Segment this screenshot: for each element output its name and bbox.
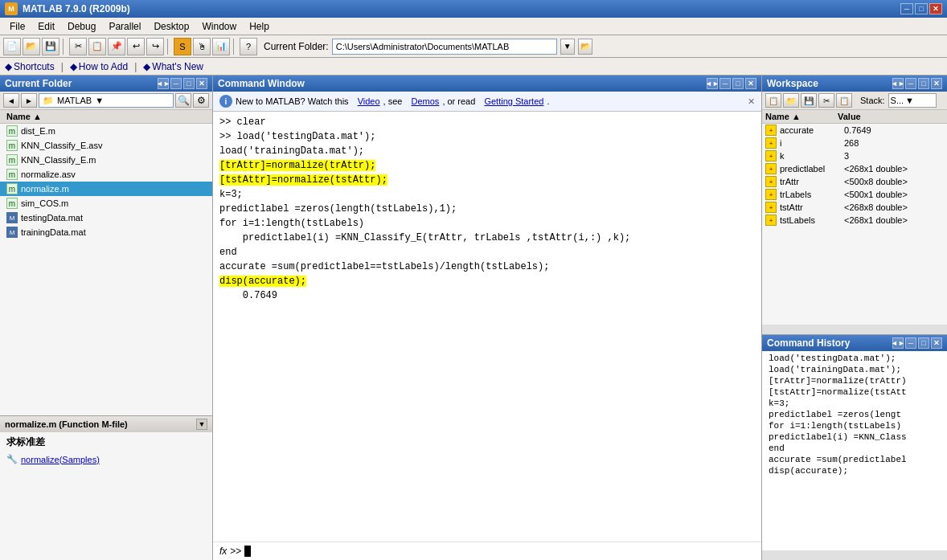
ch-minimize-button[interactable]: ─	[905, 337, 916, 349]
current-folder-header-buttons: ◄► ─ □ ✕	[158, 78, 207, 89]
menu-file[interactable]: File	[3, 19, 31, 34]
command-history-panel: Command History ◄► ─ □ ✕ load('testingDa…	[762, 335, 947, 560]
cw-minimize-button[interactable]: ─	[719, 78, 731, 89]
ws-variable-item[interactable]: + predictlabel <268x1 double>	[762, 162, 947, 175]
cut-button[interactable]: ✂	[69, 38, 87, 55]
minimize-button[interactable]: ─	[900, 3, 913, 14]
cw-pin-button[interactable]: ◄►	[707, 78, 718, 89]
save-button[interactable]: 💾	[42, 38, 59, 55]
cw-maximize-button[interactable]: □	[732, 78, 744, 89]
ws-minimize-button[interactable]: ─	[905, 78, 916, 89]
history-item[interactable]: [trAttr]=normalize(trAttr)	[762, 375, 947, 386]
cf-pin-button[interactable]: ◄►	[158, 78, 169, 89]
folder-search-button[interactable]: 🔍	[175, 93, 191, 108]
profiler-button[interactable]: 📊	[212, 38, 230, 55]
ws-variable-item[interactable]: + k 3	[762, 149, 947, 162]
history-item[interactable]: load('trainingData.mat');	[762, 364, 947, 375]
copy-button[interactable]: 📋	[88, 38, 106, 55]
ws-variable-item[interactable]: + tstLabels <268x1 double>	[762, 214, 947, 227]
workspace-title: Workspace	[767, 78, 818, 89]
menu-window[interactable]: Window	[195, 19, 243, 34]
ws-variable-item[interactable]: + tstAttr <268x8 double>	[762, 201, 947, 214]
folder-browse-button[interactable]: 📂	[578, 39, 592, 55]
whats-new-link[interactable]: ◆ What's New	[143, 61, 203, 72]
info-bar-close-button[interactable]: ✕	[748, 96, 755, 107]
history-item[interactable]: [tstAttr]=normalize(tstAtt	[762, 386, 947, 398]
menu-parallel[interactable]: Parallel	[102, 19, 147, 34]
file-item-selected[interactable]: m normalize.m	[0, 182, 212, 196]
menu-desktop[interactable]: Desktop	[147, 19, 195, 34]
undo-button[interactable]: ↩	[127, 38, 145, 55]
file-item[interactable]: m normalize.asv	[0, 167, 212, 182]
ch-pin-button[interactable]: ◄►	[892, 337, 904, 349]
ws-stack-input[interactable]: S... ▼	[888, 93, 937, 108]
mat-file-icon: M	[6, 212, 18, 223]
ws-new-button[interactable]: 📋	[765, 93, 781, 108]
back-button[interactable]: ◄	[3, 93, 19, 108]
file-item[interactable]: m dist_E.m	[0, 124, 212, 138]
file-item[interactable]: m sim_COS.m	[0, 196, 212, 211]
new-file-button[interactable]: 📄	[3, 38, 21, 55]
how-to-add-link[interactable]: ◆ How to Add	[70, 61, 128, 72]
demos-link[interactable]: Demos	[412, 96, 440, 106]
cf-minimize-button[interactable]: ─	[170, 78, 182, 89]
ws-copy-button[interactable]: 📋	[836, 93, 852, 108]
redo-button[interactable]: ↪	[146, 38, 164, 55]
file-item[interactable]: M testingData.mat	[0, 211, 212, 225]
command-area[interactable]: >> clear >> load('testingData.mat'); loa…	[213, 112, 761, 542]
file-item[interactable]: M trainingData.mat	[0, 225, 212, 239]
detail-function-item[interactable]: 🔧 normalize(Samples)	[0, 452, 212, 466]
file-item[interactable]: m KNN_Classify_E.m	[0, 153, 212, 167]
cf-close-button[interactable]: ✕	[196, 78, 207, 89]
cf-maximize-button[interactable]: □	[183, 78, 195, 89]
ws-close-button[interactable]: ✕	[931, 78, 942, 89]
ws-save-button[interactable]: 💾	[801, 93, 817, 108]
open-button[interactable]: 📂	[23, 38, 40, 55]
folder-dropdown-button[interactable]: ▼	[560, 39, 575, 55]
ws-variable-item[interactable]: + trAttr <500x8 double>	[762, 175, 947, 188]
folder-settings-button[interactable]: ⚙	[193, 93, 209, 108]
shortcuts-link[interactable]: ◆ Shortcuts	[5, 61, 55, 72]
m-file-icon: m	[6, 198, 18, 209]
forward-button[interactable]: ►	[21, 93, 37, 108]
ws-open-button[interactable]: 📁	[783, 93, 799, 108]
workspace-scrollbar-h[interactable]	[762, 325, 947, 334]
menu-debug[interactable]: Debug	[61, 19, 102, 34]
help-button[interactable]: ?	[240, 38, 257, 55]
getting-started-link[interactable]: Getting Started	[484, 96, 543, 106]
file-item[interactable]: m KNN_Classify_E.asv	[0, 138, 212, 153]
command-cursor	[244, 546, 251, 557]
ws-variable-item[interactable]: + trLabels <500x1 double>	[762, 188, 947, 201]
menu-edit[interactable]: Edit	[31, 19, 61, 34]
ws-variable-item[interactable]: + accurate 0.7649	[762, 124, 947, 137]
history-item[interactable]: disp(accurate);	[762, 465, 947, 476]
ws-pin-button[interactable]: ◄►	[892, 78, 904, 89]
history-item[interactable]: for i=1:length(tstLabels)	[762, 420, 947, 431]
detail-dropdown-button[interactable]: ▼	[196, 419, 207, 430]
cw-close-button[interactable]: ✕	[745, 78, 756, 89]
history-item[interactable]: accurate =sum(predictlabel	[762, 454, 947, 465]
guide-button[interactable]: 🖱	[193, 38, 211, 55]
folder-nav-input[interactable]: 📁 MATLAB ▼	[39, 93, 174, 108]
ws-var-value: 3	[844, 151, 944, 161]
ws-var-name: predictlabel	[780, 164, 841, 174]
ws-delete-button[interactable]: ✂	[818, 93, 834, 108]
history-item[interactable]: predictlabel(i) =KNN_Class	[762, 431, 947, 443]
paste-button[interactable]: 📌	[108, 38, 125, 55]
maximize-button[interactable]: □	[915, 3, 928, 14]
ch-close-button[interactable]: ✕	[931, 337, 942, 349]
history-item[interactable]: load('testingData.mat');	[762, 353, 947, 364]
function-icon: 🔧	[6, 454, 18, 464]
simulink-button[interactable]: S	[174, 38, 191, 55]
ch-maximize-button[interactable]: □	[918, 337, 929, 349]
m-file-icon: m	[6, 154, 18, 166]
video-link[interactable]: Video	[358, 96, 380, 106]
history-item[interactable]: predictlabel =zeros(lengt	[762, 409, 947, 420]
close-button[interactable]: ✕	[929, 3, 942, 14]
ws-maximize-button[interactable]: □	[918, 78, 929, 89]
ws-variable-item[interactable]: + i 268	[762, 137, 947, 149]
history-item[interactable]: end	[762, 443, 947, 454]
history-scrollbar-h[interactable]	[762, 550, 947, 560]
menu-help[interactable]: Help	[243, 19, 276, 34]
history-item[interactable]: k=3;	[762, 398, 947, 409]
